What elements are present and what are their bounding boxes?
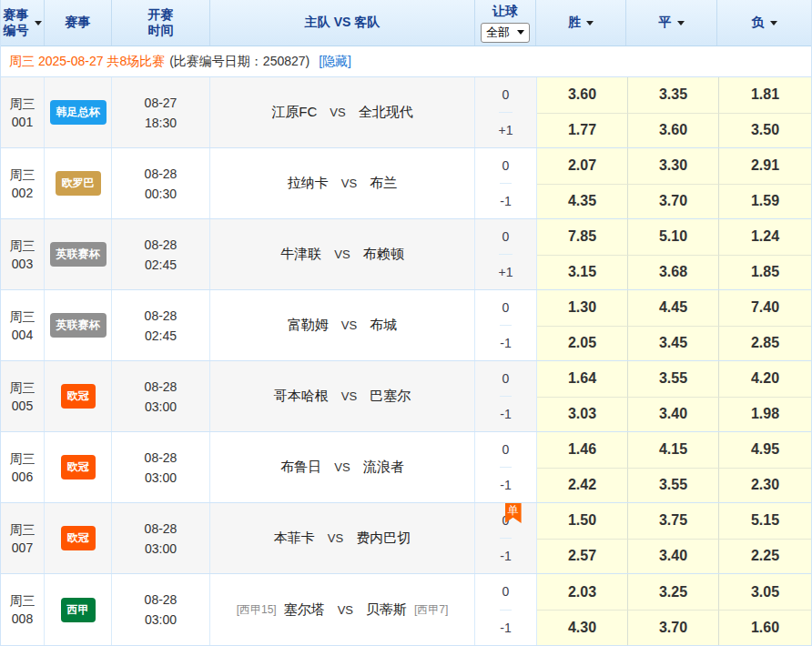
- handicap-cell: 0 -1: [475, 574, 536, 645]
- odds-win[interactable]: 2.03: [537, 574, 627, 610]
- header-win-sort[interactable]: 胜: [536, 0, 626, 45]
- league-cell: 西甲: [45, 574, 112, 645]
- odds-win[interactable]: 1.30: [537, 290, 627, 326]
- odds-win[interactable]: 7.85: [537, 219, 627, 255]
- vs-label: VS: [338, 603, 353, 617]
- odds-win[interactable]: 3.60: [537, 77, 627, 113]
- odds-draw[interactable]: 3.70: [627, 184, 718, 219]
- odds-draw[interactable]: 3.60: [627, 113, 718, 148]
- odds-win[interactable]: 1.50: [537, 503, 627, 539]
- league-badge[interactable]: 西甲: [61, 598, 96, 622]
- header-lose-sort[interactable]: 负: [717, 0, 811, 45]
- league-badge[interactable]: 欧冠: [61, 384, 96, 409]
- league-cell: 英联赛杯: [45, 219, 112, 289]
- league-badge[interactable]: 英联赛杯: [50, 313, 107, 338]
- odds-win[interactable]: 4.35: [537, 184, 627, 219]
- odds-draw[interactable]: 4.15: [627, 432, 718, 468]
- match-date: 08-28: [145, 306, 178, 326]
- odds-win[interactable]: 1.77: [537, 113, 627, 148]
- odds-win[interactable]: 1.46: [537, 432, 627, 468]
- handicap-filter-select[interactable]: 全部: [481, 23, 530, 43]
- odds-draw[interactable]: 3.70: [627, 610, 718, 645]
- odds-lose[interactable]: 1.59: [718, 184, 811, 219]
- match-weekday: 周三: [10, 379, 36, 397]
- match-time: 03:00: [145, 397, 177, 417]
- odds-lose[interactable]: 2.91: [718, 148, 811, 184]
- match-row: 周三 001 韩足总杯 08-27 18:30 江原FC VS 全北现代 0 +…: [1, 77, 811, 148]
- home-team-name: 江原FC: [271, 104, 317, 121]
- league-badge[interactable]: 欧冠: [61, 526, 96, 550]
- match-number-cell: 周三 002: [1, 148, 45, 218]
- match-number: 004: [12, 326, 33, 344]
- league-badge[interactable]: 欧罗巴: [56, 171, 101, 196]
- odds-draw[interactable]: 3.55: [627, 361, 718, 397]
- league-badge[interactable]: 韩足总杯: [50, 100, 107, 125]
- odds-win[interactable]: 3.03: [537, 397, 627, 432]
- odds-draw[interactable]: 3.40: [627, 397, 718, 432]
- odds-win[interactable]: 2.05: [537, 326, 627, 361]
- match-weekday: 周三: [10, 166, 36, 184]
- handicap-cell: 0 -1: [475, 432, 536, 502]
- header-draw-sort[interactable]: 平: [626, 0, 717, 45]
- league-badge[interactable]: 英联赛杯: [50, 242, 107, 267]
- handicap-value: 0: [502, 300, 510, 315]
- odds-lose[interactable]: 7.40: [718, 290, 811, 326]
- odds-lose[interactable]: 1.60: [718, 610, 811, 645]
- odds-win[interactable]: 2.42: [537, 468, 627, 503]
- match-date: 08-28: [145, 590, 178, 610]
- odds-draw[interactable]: 3.55: [627, 468, 718, 503]
- odds-lose[interactable]: 5.15: [718, 503, 811, 539]
- odds-draw[interactable]: 3.75: [627, 503, 718, 539]
- odds-draw[interactable]: 3.68: [627, 255, 718, 290]
- hide-link[interactable]: [隐藏]: [319, 54, 351, 70]
- odds-win[interactable]: 2.57: [537, 539, 627, 574]
- match-date: 08-28: [145, 164, 178, 184]
- odds-lose[interactable]: 3.50: [718, 113, 811, 148]
- odds-draw[interactable]: 3.25: [627, 574, 718, 610]
- league-badge[interactable]: 欧冠: [61, 455, 96, 479]
- odds-lose[interactable]: 4.95: [718, 432, 811, 468]
- odds-win[interactable]: 2.07: [537, 148, 627, 184]
- header-match-number-label-line1: 赛事: [4, 7, 29, 23]
- match-number: 003: [12, 255, 33, 273]
- handicap-value: +1: [499, 123, 513, 137]
- handicap-row: -1: [500, 396, 511, 431]
- match-number: 006: [12, 468, 33, 486]
- odds-lose[interactable]: 1.85: [718, 255, 811, 290]
- header-league-label: 赛事: [66, 15, 91, 31]
- odds-draw[interactable]: 3.35: [627, 77, 718, 113]
- away-team-name: 布赖顿: [363, 246, 404, 263]
- match-number-cell: 周三 004: [1, 290, 45, 360]
- odds-lose[interactable]: 4.20: [718, 361, 811, 397]
- header-match-number-sort[interactable]: 赛事 编号: [1, 0, 45, 45]
- handicap-value: 0: [502, 371, 510, 386]
- handicap-cell: 0 +1: [475, 77, 536, 147]
- odds-lose[interactable]: 1.98: [718, 397, 811, 432]
- match-time: 18:30: [145, 113, 177, 133]
- odds-lose[interactable]: 3.05: [718, 574, 811, 610]
- handicap-row: 0: [502, 77, 510, 112]
- match-id-date-text: (比赛编号日期：250827): [169, 54, 310, 70]
- odds-win[interactable]: 3.15: [537, 255, 627, 290]
- odds-draw[interactable]: 3.40: [627, 539, 718, 574]
- header-time-label-line1: 开赛: [148, 7, 174, 23]
- odds-lose[interactable]: 1.24: [718, 219, 811, 255]
- date-info-bar: 周三 2025-08-27 共8场比赛 (比赛编号日期：250827) [隐藏]: [1, 46, 811, 77]
- league-cell: 英联赛杯: [45, 290, 112, 360]
- odds-win[interactable]: 1.64: [537, 361, 627, 397]
- odds-lose[interactable]: 2.25: [718, 539, 811, 574]
- odds-draw[interactable]: 5.10: [627, 219, 718, 255]
- handicap-row: 0: [502, 148, 510, 183]
- away-team-name: 流浪者: [363, 459, 404, 476]
- odds-draw[interactable]: 4.45: [627, 290, 718, 326]
- match-row: 周三 005 欧冠 08-28 03:00 哥本哈根 VS 巴塞尔 0 -1: [1, 361, 811, 432]
- select-dropdown-icon: [517, 30, 524, 35]
- handicap-row: 0: [502, 290, 510, 325]
- odds-win[interactable]: 4.30: [537, 610, 627, 645]
- league-cell: 欧罗巴: [45, 148, 112, 218]
- odds-lose[interactable]: 2.85: [718, 326, 811, 361]
- odds-draw[interactable]: 3.30: [627, 148, 718, 184]
- odds-draw[interactable]: 3.45: [627, 326, 718, 361]
- odds-lose[interactable]: 2.30: [718, 468, 811, 503]
- odds-lose[interactable]: 1.81: [718, 77, 811, 113]
